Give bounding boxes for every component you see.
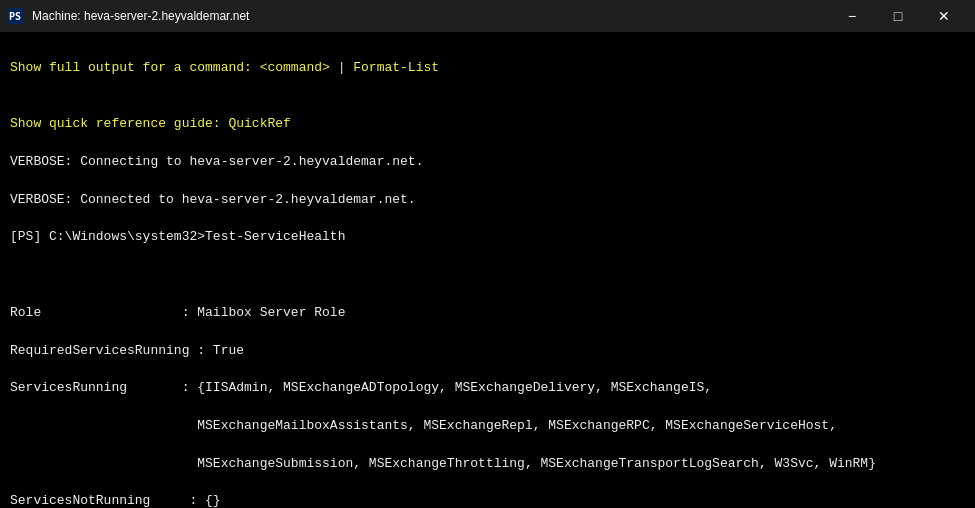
maximize-button[interactable]: □ [875, 0, 921, 32]
terminal: Show full output for a command: <command… [0, 32, 975, 508]
terminal-line: ServicesNotRunning : {} [10, 492, 965, 508]
title-bar-controls: − □ ✕ [829, 0, 967, 32]
powershell-icon: PS [8, 8, 24, 24]
terminal-line: MSExchangeSubmission, MSExchangeThrottli… [10, 455, 965, 474]
title-bar: PS Machine: heva-server-2.heyvaldemar.ne… [0, 0, 975, 32]
terminal-line: VERBOSE: Connecting to heva-server-2.hey… [10, 153, 965, 172]
terminal-line: [PS] C:\Windows\system32>Test-ServiceHea… [10, 228, 965, 247]
terminal-line: VERBOSE: Connected to heva-server-2.heyv… [10, 191, 965, 210]
terminal-line: ServicesRunning : {IISAdmin, MSExchangeA… [10, 379, 965, 398]
terminal-line: Role : Mailbox Server Role [10, 304, 965, 323]
terminal-line: RequiredServicesRunning : True [10, 342, 965, 361]
svg-text:PS: PS [9, 11, 21, 22]
terminal-line: Show quick reference guide: QuickRef [10, 115, 965, 134]
close-button[interactable]: ✕ [921, 0, 967, 32]
terminal-line: Show full output for a command: <command… [10, 59, 965, 78]
minimize-button[interactable]: − [829, 0, 875, 32]
title-bar-text: Machine: heva-server-2.heyvaldemar.net [32, 9, 829, 23]
terminal-line: MSExchangeMailboxAssistants, MSExchangeR… [10, 417, 965, 436]
